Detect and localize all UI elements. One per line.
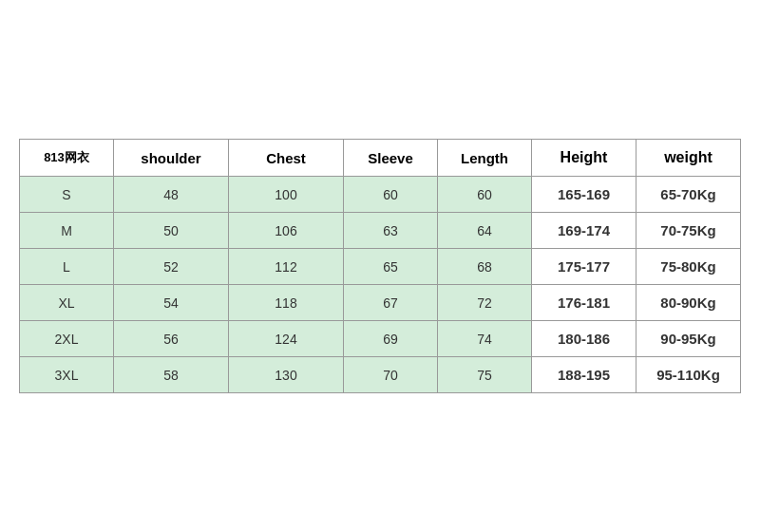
col-header-length: Length bbox=[438, 140, 532, 177]
cell-sleeve: 63 bbox=[344, 213, 438, 249]
cell-length: 72 bbox=[438, 285, 532, 321]
cell-sleeve: 65 bbox=[344, 249, 438, 285]
cell-name: 2XL bbox=[20, 321, 114, 357]
table-row: M501066364169-17470-75Kg bbox=[20, 213, 741, 249]
cell-sleeve: 67 bbox=[344, 285, 438, 321]
col-header-chest: Chest bbox=[229, 140, 344, 177]
col-header-sleeve: Sleeve bbox=[344, 140, 438, 177]
col-header-weight: weight bbox=[636, 140, 741, 177]
cell-height: 175-177 bbox=[532, 249, 636, 285]
size-chart-table: 813网衣 shoulder Chest Sleeve Length Heigh… bbox=[19, 139, 741, 393]
cell-weight: 70-75Kg bbox=[636, 213, 741, 249]
cell-sleeve: 69 bbox=[344, 321, 438, 357]
cell-shoulder: 48 bbox=[114, 177, 229, 213]
size-chart-wrapper: 813网衣 shoulder Chest Sleeve Length Heigh… bbox=[19, 139, 741, 393]
col-header-name: 813网衣 bbox=[20, 140, 114, 177]
cell-shoulder: 56 bbox=[114, 321, 229, 357]
cell-length: 60 bbox=[438, 177, 532, 213]
table-row: S481006060165-16965-70Kg bbox=[20, 177, 741, 213]
cell-name: 3XL bbox=[20, 357, 114, 393]
table-row: 2XL561246974180-18690-95Kg bbox=[20, 321, 741, 357]
cell-length: 75 bbox=[438, 357, 532, 393]
cell-chest: 100 bbox=[229, 177, 344, 213]
cell-length: 68 bbox=[438, 249, 532, 285]
cell-weight: 90-95Kg bbox=[636, 321, 741, 357]
cell-height: 165-169 bbox=[532, 177, 636, 213]
cell-chest: 124 bbox=[229, 321, 344, 357]
cell-height: 188-195 bbox=[532, 357, 636, 393]
cell-length: 64 bbox=[438, 213, 532, 249]
cell-sleeve: 60 bbox=[344, 177, 438, 213]
cell-length: 74 bbox=[438, 321, 532, 357]
table-row: XL541186772176-18180-90Kg bbox=[20, 285, 741, 321]
col-header-height: Height bbox=[532, 140, 636, 177]
cell-height: 180-186 bbox=[532, 321, 636, 357]
cell-height: 169-174 bbox=[532, 213, 636, 249]
cell-name: M bbox=[20, 213, 114, 249]
cell-shoulder: 52 bbox=[114, 249, 229, 285]
cell-weight: 80-90Kg bbox=[636, 285, 741, 321]
cell-chest: 130 bbox=[229, 357, 344, 393]
cell-name: S bbox=[20, 177, 114, 213]
cell-height: 176-181 bbox=[532, 285, 636, 321]
col-header-shoulder: shoulder bbox=[114, 140, 229, 177]
cell-chest: 112 bbox=[229, 249, 344, 285]
cell-chest: 106 bbox=[229, 213, 344, 249]
cell-name: L bbox=[20, 249, 114, 285]
cell-sleeve: 70 bbox=[344, 357, 438, 393]
cell-shoulder: 50 bbox=[114, 213, 229, 249]
table-header-row: 813网衣 shoulder Chest Sleeve Length Heigh… bbox=[20, 140, 741, 177]
cell-shoulder: 58 bbox=[114, 357, 229, 393]
cell-chest: 118 bbox=[229, 285, 344, 321]
cell-weight: 95-110Kg bbox=[636, 357, 741, 393]
cell-weight: 65-70Kg bbox=[636, 177, 741, 213]
cell-name: XL bbox=[20, 285, 114, 321]
cell-shoulder: 54 bbox=[114, 285, 229, 321]
table-row: 3XL581307075188-19595-110Kg bbox=[20, 357, 741, 393]
cell-weight: 75-80Kg bbox=[636, 249, 741, 285]
table-row: L521126568175-17775-80Kg bbox=[20, 249, 741, 285]
